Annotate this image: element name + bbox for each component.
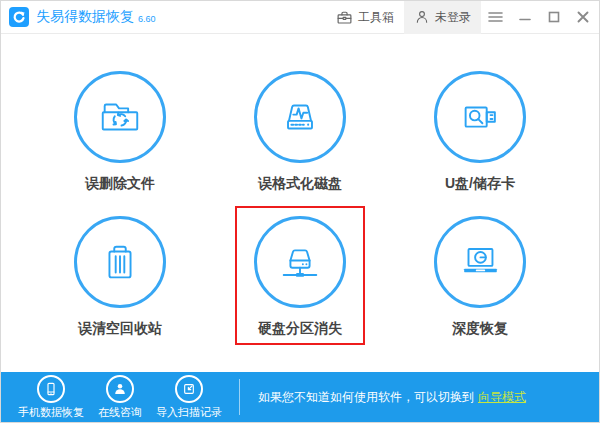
phone-icon	[43, 381, 59, 397]
minimize-icon	[519, 11, 531, 23]
mode-circle	[254, 71, 346, 163]
mode-label: 误删除文件	[85, 175, 155, 193]
mode-circle	[434, 71, 526, 163]
mode-circle	[74, 216, 166, 308]
mode-circle	[74, 71, 166, 163]
mode-recycle-bin[interactable]: 误清空回收站	[55, 206, 185, 345]
menu-button[interactable]	[481, 1, 510, 34]
app-logo-icon	[9, 7, 29, 27]
folder-restore-icon	[97, 94, 143, 140]
mode-formatted-disk[interactable]: 误格式化磁盘	[235, 61, 365, 200]
deep-recovery-icon	[457, 239, 503, 285]
maximize-icon	[548, 11, 560, 23]
consult-person-icon	[112, 381, 128, 397]
footer-divider	[239, 379, 240, 415]
action-label: 导入扫描记录	[156, 405, 222, 420]
mode-label: 硬盘分区消失	[258, 320, 342, 338]
usb-card-icon	[457, 94, 503, 140]
action-online-consult[interactable]: 在线咨询	[98, 375, 142, 420]
login-label: 未登录	[435, 9, 471, 26]
mode-deep-recovery[interactable]: 深度恢复	[415, 206, 545, 345]
partition-lost-icon	[277, 239, 323, 285]
mode-partition-lost[interactable]: 硬盘分区消失	[235, 206, 365, 345]
mode-label: 深度恢复	[452, 320, 508, 338]
login-button[interactable]: 未登录	[404, 1, 481, 34]
close-button[interactable]	[568, 1, 597, 34]
maximize-button[interactable]	[539, 1, 568, 34]
hamburger-icon	[488, 11, 503, 23]
recovery-mode-grid: 误删除文件 误格式化磁盘	[1, 34, 599, 372]
action-label: 在线咨询	[98, 405, 142, 420]
wizard-hint: 如果您不知道如何使用软件，可以切换到向导模式	[258, 389, 526, 406]
mode-label: 误格式化磁盘	[258, 175, 342, 193]
minimize-button[interactable]	[510, 1, 539, 34]
toolbox-button[interactable]: 工具箱	[326, 1, 404, 34]
action-import-scan[interactable]: 导入扫描记录	[156, 375, 222, 420]
toolbox-icon	[336, 9, 353, 26]
recycle-bin-icon	[97, 239, 143, 285]
titlebar: 失易得数据恢复 6.60 工具箱 未登录	[1, 1, 599, 34]
action-phone-recovery[interactable]: 手机数据恢复	[18, 375, 84, 420]
disk-format-icon	[277, 94, 323, 140]
mode-usb-card[interactable]: U盘/储存卡	[415, 61, 545, 200]
action-label: 手机数据恢复	[18, 405, 84, 420]
mode-circle	[434, 216, 526, 308]
wizard-hint-text: 如果您不知道如何使用软件，可以切换到	[258, 390, 474, 404]
mode-circle	[254, 216, 346, 308]
action-circle	[175, 375, 203, 403]
app-version: 6.60	[138, 14, 156, 24]
wizard-mode-link[interactable]: 向导模式	[478, 390, 526, 404]
mode-deleted-files[interactable]: 误删除文件	[55, 61, 185, 200]
mode-label: U盘/储存卡	[445, 175, 515, 193]
footer-bar: 手机数据恢复 在线咨询 导入扫描记录 如果您不知道如何使用软件，可以切	[1, 372, 599, 422]
app-title: 失易得数据恢复	[36, 8, 134, 26]
close-icon	[577, 11, 589, 23]
action-circle	[106, 375, 134, 403]
toolbox-label: 工具箱	[358, 9, 394, 26]
user-icon	[414, 9, 430, 25]
app-window: 失易得数据恢复 6.60 工具箱 未登录	[0, 0, 600, 423]
action-circle	[37, 375, 65, 403]
import-icon	[181, 381, 197, 397]
mode-label: 误清空回收站	[78, 320, 162, 338]
